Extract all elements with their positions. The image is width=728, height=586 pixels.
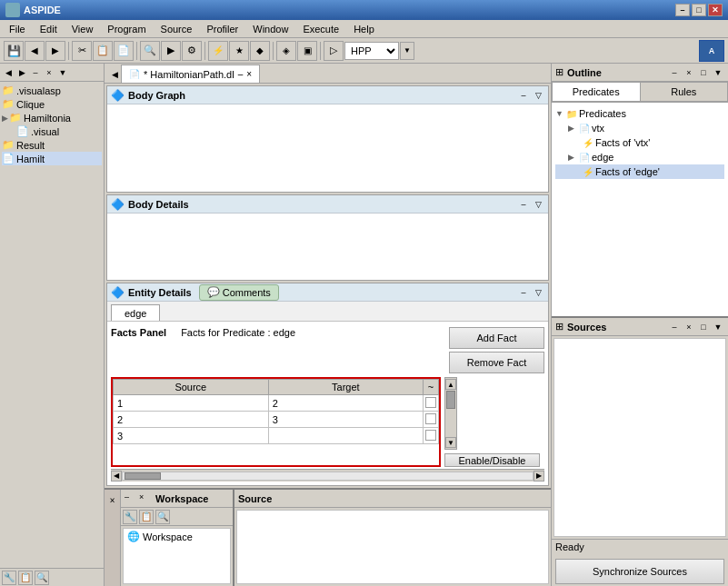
editor-nav-back[interactable]: ◀: [108, 66, 121, 83]
scroll-thumb[interactable]: [446, 391, 455, 409]
solver-combo[interactable]: HPP DLP: [344, 42, 399, 60]
settings-button[interactable]: ⚙: [182, 41, 202, 61]
bottom-strip-btn1[interactable]: ×: [107, 492, 117, 509]
tree-item-visualasp[interactable]: 📁 .visualasp: [2, 84, 102, 97]
back-button[interactable]: ◀: [25, 41, 45, 61]
hscroll-right[interactable]: ▶: [534, 471, 544, 482]
hscroll-left[interactable]: ◀: [111, 471, 122, 482]
extra-btn4[interactable]: ◈: [276, 41, 296, 61]
outline-tab-predicates[interactable]: Predicates: [552, 82, 641, 102]
add-fact-button[interactable]: Add Fact: [449, 327, 544, 349]
extra-btn1[interactable]: ⚡: [208, 41, 228, 61]
outline-row-edge[interactable]: ▶ 📄 edge: [555, 150, 724, 164]
aspide-logo-btn[interactable]: A: [699, 40, 724, 62]
sources-close[interactable]: ×: [683, 321, 695, 333]
sources-menu[interactable]: ▼: [712, 321, 724, 333]
menu-execute[interactable]: Execute: [295, 22, 346, 36]
synchronize-sources-button[interactable]: Synchronize Sources: [555, 559, 724, 584]
remove-fact-button[interactable]: Remove Fact: [449, 352, 544, 373]
outline-minimize[interactable]: –: [668, 66, 681, 79]
editor-tab-main[interactable]: 📄 * HamiltonianPath.dl – ×: [121, 65, 260, 83]
sources-minimize[interactable]: –: [668, 321, 681, 333]
left-menu[interactable]: ▼: [56, 66, 69, 79]
menu-source[interactable]: Source: [154, 22, 200, 36]
outline-row-vtx[interactable]: ▶ 📄 vtx: [555, 121, 724, 135]
hscroll-thumb[interactable]: [125, 472, 161, 480]
horizontal-scrollbar[interactable]: ◀ ▶: [111, 469, 544, 482]
sources-expand[interactable]: □: [697, 321, 710, 333]
editor-tab-close[interactable]: ×: [246, 69, 252, 79]
maximize-button[interactable]: □: [692, 4, 706, 16]
menu-view[interactable]: View: [65, 22, 101, 36]
comments-tab-btn[interactable]: 💬 Comments: [199, 284, 279, 301]
search-button[interactable]: 🔍: [140, 41, 160, 61]
save-button[interactable]: 💾: [4, 41, 24, 61]
outline-row-facts-vtx[interactable]: ⚡ Facts of 'vtx': [555, 135, 724, 150]
menu-edit[interactable]: Edit: [33, 22, 65, 36]
left-action-btn1[interactable]: 🔧: [2, 571, 16, 585]
left-action-btn2[interactable]: 📋: [18, 571, 33, 585]
left-close[interactable]: ×: [43, 66, 55, 79]
tree-item-hamiltonia[interactable]: ▶ 📁 Hamiltonia: [2, 111, 102, 124]
ws-btn2[interactable]: 📋: [139, 510, 154, 524]
menu-window[interactable]: Window: [245, 22, 295, 36]
tree-item-clique[interactable]: 📁 Clique: [2, 97, 102, 111]
editor-tab-pin[interactable]: –: [238, 69, 244, 79]
menu-profiler[interactable]: Profiler: [199, 22, 245, 36]
workspace-minimize[interactable]: –: [125, 492, 137, 505]
copy-button[interactable]: 📋: [93, 41, 113, 61]
menu-file[interactable]: File: [2, 22, 33, 36]
forward-button[interactable]: ▶: [45, 41, 65, 61]
left-action-btn3[interactable]: 🔍: [35, 571, 49, 585]
body-graph-expand[interactable]: ▽: [532, 89, 544, 102]
extra-btn3[interactable]: ◆: [250, 41, 270, 61]
left-nav-back[interactable]: ◀: [2, 66, 15, 79]
row-checkbox-1[interactable]: [425, 397, 436, 408]
tree-item-visual[interactable]: 📄 .visual: [2, 124, 102, 138]
run-button[interactable]: ▶: [161, 41, 181, 61]
play-button[interactable]: ▷: [324, 41, 344, 61]
ws-btn1[interactable]: 🔧: [123, 510, 137, 524]
extra-btn5[interactable]: ▣: [297, 41, 317, 61]
menu-help[interactable]: Help: [346, 22, 382, 36]
close-button[interactable]: ✕: [708, 4, 723, 16]
body-details-expand[interactable]: ▽: [532, 198, 544, 211]
outline-row-facts-edge[interactable]: ⚡ Facts of 'edge': [555, 164, 724, 179]
table-scrollbar[interactable]: ▲ ▼: [444, 377, 457, 450]
cut-button[interactable]: ✂: [72, 41, 92, 61]
target-input-1[interactable]: [273, 398, 419, 409]
outline-menu[interactable]: ▼: [712, 66, 724, 79]
workspace-item[interactable]: 🌐 Workspace: [124, 529, 230, 544]
tree-item-hamilt[interactable]: 📄 Hamilt: [2, 152, 102, 165]
source-input-2[interactable]: [117, 414, 264, 425]
source-input-1[interactable]: [117, 398, 264, 409]
source-input-3[interactable]: [117, 431, 264, 442]
target-input-2[interactable]: [273, 414, 419, 425]
entity-details-pin[interactable]: –: [517, 286, 530, 299]
combo-arrow[interactable]: ▼: [400, 42, 414, 60]
scroll-down[interactable]: ▼: [445, 437, 456, 448]
extra-btn2[interactable]: ★: [229, 41, 249, 61]
entity-details-expand[interactable]: ▽: [532, 286, 544, 299]
tree-item-result[interactable]: 📁 Result: [2, 138, 102, 152]
scroll-up[interactable]: ▲: [445, 379, 456, 390]
outline-expand[interactable]: □: [697, 66, 710, 79]
left-nav-fwd[interactable]: ▶: [15, 66, 28, 79]
outline-tab-rules[interactable]: Rules: [641, 82, 729, 102]
hscroll-track[interactable]: [122, 472, 534, 481]
edge-tab[interactable]: edge: [111, 304, 160, 321]
ws-btn3[interactable]: 🔍: [155, 510, 170, 524]
body-details-pin[interactable]: –: [517, 198, 530, 211]
outline-row-predicates[interactable]: ▼ 📁 Predicates: [555, 106, 724, 121]
body-graph-pin[interactable]: –: [517, 89, 530, 102]
outline-close[interactable]: ×: [683, 66, 695, 79]
row-checkbox-3[interactable]: [425, 430, 436, 441]
minimize-button[interactable]: –: [675, 4, 690, 16]
row-checkbox-2[interactable]: [425, 413, 436, 424]
workspace-close[interactable]: ×: [139, 492, 152, 505]
menu-program[interactable]: Program: [100, 22, 153, 36]
left-collapse[interactable]: –: [29, 66, 42, 79]
target-input-3[interactable]: [273, 431, 419, 442]
paste-button[interactable]: 📄: [114, 41, 134, 61]
enable-disable-button[interactable]: Enable/Disable: [444, 453, 540, 467]
